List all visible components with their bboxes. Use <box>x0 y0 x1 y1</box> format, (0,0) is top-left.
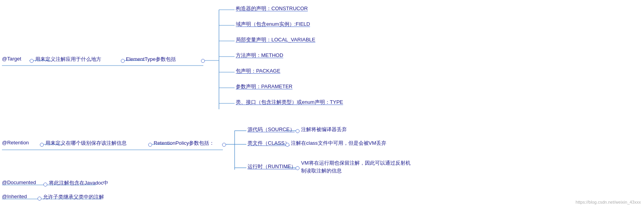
item-source-desc: 注解将被编译器丢弃 <box>301 126 347 133</box>
item-class-desc: 注解在class文件中可用，但是会被VM丢弃 <box>291 140 386 147</box>
item-source: 源代码（SOURCE） <box>248 126 295 133</box>
retention-dot2 <box>147 141 154 147</box>
source-dot <box>294 128 301 133</box>
watermark: https://blog.csdn.net/weixin_43xxx <box>576 200 641 204</box>
retention-param: RetentionPolicy参数包括： <box>154 140 214 147</box>
diagram-container: @Target 用来定义注解应用于什么地方 ElementType参数包括 构造… <box>0 0 644 206</box>
item-constructor: 构造器的声明：CONSTRUCOR <box>236 5 308 12</box>
target-param: ElementType参数包括 <box>126 56 176 63</box>
inherited-label: @Inherited <box>2 194 27 199</box>
documented-label: @Documented <box>2 179 36 185</box>
item-field: 域声明（包含enum实例）:FIELD <box>236 21 310 28</box>
item-package: 包声明：PACKAGE <box>236 67 280 75</box>
inherited-desc: 允许子类继承父类中的注解 <box>43 194 104 201</box>
item-parameter: 参数声明：PARAMETER <box>236 83 292 90</box>
target-label: @Target <box>2 56 21 62</box>
item-class: 类文件（CLASS） <box>248 140 290 147</box>
inherited-dot <box>36 195 43 201</box>
target-dot2 <box>119 57 126 63</box>
target-desc: 用来定义注解应用于什么地方 <box>35 56 101 63</box>
documented-dot <box>42 181 49 187</box>
item-runtime-desc: VM将在运行期也保留注解，因此可以通过反射机制读取注解的信息 <box>301 159 411 174</box>
retention-dot3 <box>221 141 228 147</box>
runtime-dot <box>294 165 301 170</box>
retention-dot1 <box>38 141 45 147</box>
item-runtime: 运行时（RUNTIME） <box>248 163 296 170</box>
target-dot1 <box>28 57 35 63</box>
retention-desc: 用来定义在哪个级别保存该注解信息 <box>45 140 127 147</box>
item-type: 类、接口（包含注解类型）或enum声明：TYPE <box>236 99 343 106</box>
target-dot3 <box>199 57 206 63</box>
retention-label: @Retention <box>2 140 29 146</box>
documented-desc: 将此注解包含在Javadoc中 <box>49 179 108 186</box>
item-local-variable: 局部变量声明：LOCAL_VARIABLE <box>236 36 315 43</box>
class-dot <box>284 141 291 147</box>
item-method: 方法声明：METHOD <box>236 52 283 59</box>
